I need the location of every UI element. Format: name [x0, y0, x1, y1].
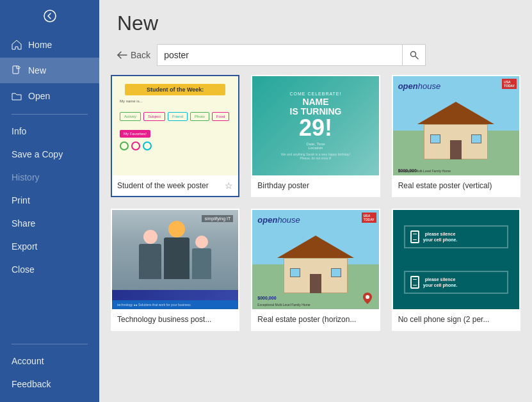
template-card-nocell[interactable]: please silenceyour cell phone. please si…	[392, 209, 520, 331]
template-label-row-tech: Technology business post...	[112, 309, 238, 330]
new-label: New	[28, 65, 46, 76]
template-card-tech[interactable]: simplifying IT technology ●● Solutions t…	[111, 209, 239, 331]
search-button[interactable]	[402, 45, 425, 65]
sidebar-bottom: Account Feedback	[0, 350, 99, 396]
pin-icon-student[interactable]: ☆	[225, 181, 233, 191]
sidebar-item-new[interactable]: New	[0, 58, 99, 83]
template-label-row-realestate-v: Real estate poster (vertical)	[393, 175, 519, 196]
svg-rect-1	[13, 66, 19, 74]
template-card-birthday[interactable]: Come Celebrate! NAMEIS TURNING 29! Date,…	[251, 75, 380, 197]
main-content: New Back Student of the Week:	[99, 0, 532, 402]
back-button[interactable]: Back	[117, 50, 150, 60]
folder-icon	[12, 91, 22, 101]
sidebar-item-home[interactable]: Home	[0, 32, 99, 58]
search-bar-row: Back	[99, 40, 532, 75]
template-preview-realestate-v: USATODAY openhouse $000,000 Exceptional …	[393, 76, 519, 175]
template-label-realestate-v: Real estate poster (vertical)	[398, 181, 492, 190]
template-label-row-birthday: Birthday poster	[252, 175, 378, 196]
sidebar: Home New Open Info Save a Copy History P…	[0, 0, 99, 402]
sidebar-item-account[interactable]: Account	[0, 350, 99, 373]
templates-grid: Student of the Week: My name is... Activ…	[99, 75, 532, 402]
sidebar-item-export[interactable]: Export	[0, 235, 99, 258]
sidebar-item-info[interactable]: Info	[0, 120, 99, 143]
sidebar-item-open[interactable]: Open	[0, 83, 99, 109]
sidebar-item-history: History	[0, 166, 99, 189]
template-preview-nocell: please silenceyour cell phone. please si…	[393, 210, 519, 309]
template-card-realestate-v[interactable]: USATODAY openhouse $000,000 Exceptional …	[392, 75, 520, 197]
back-icon	[117, 51, 127, 59]
open-label: Open	[28, 91, 50, 101]
sidebar-item-close[interactable]: Close	[0, 258, 99, 281]
sidebar-item-save-copy[interactable]: Save a Copy	[0, 143, 99, 166]
template-label-row-nocell: No cell phone sign (2 per...	[393, 309, 519, 330]
home-label: Home	[28, 40, 52, 50]
template-label-birthday: Birthday poster	[257, 181, 309, 190]
new-doc-icon	[12, 65, 22, 76]
back-arrow-icon	[44, 10, 56, 22]
template-card-realestate-h[interactable]: USATODAY openhouse $000,000 Exceptional …	[251, 209, 380, 331]
sidebar-item-feedback[interactable]: Feedback	[0, 373, 99, 396]
svg-point-5	[366, 295, 369, 299]
sidebar-back-button[interactable]	[0, 0, 99, 32]
sidebar-item-print[interactable]: Print	[0, 189, 99, 212]
template-label-row-student: Student of the week poster ☆	[112, 175, 238, 196]
sidebar-divider-2	[12, 344, 88, 344]
sidebar-spacer	[0, 281, 99, 339]
back-label: Back	[131, 50, 150, 60]
template-card-student[interactable]: Student of the Week: My name is... Activ…	[111, 75, 239, 197]
sidebar-item-share[interactable]: Share	[0, 212, 99, 235]
template-label-tech: Technology business post...	[117, 315, 211, 324]
search-icon	[410, 51, 419, 60]
template-label-row-realestate-h: Real estate poster (horizon...	[252, 309, 378, 330]
template-preview-student: Student of the Week: My name is... Activ…	[112, 76, 238, 175]
home-icon	[12, 40, 22, 50]
svg-line-4	[415, 56, 418, 59]
template-label-nocell: No cell phone sign (2 per...	[398, 315, 490, 324]
template-preview-realestate-h: USATODAY openhouse $000,000 Exceptional …	[252, 210, 378, 309]
template-label-student: Student of the week poster	[117, 181, 209, 190]
search-input-wrap	[157, 44, 426, 66]
template-preview-tech: simplifying IT technology ●● Solutions t…	[112, 210, 238, 309]
page-title: New	[99, 0, 532, 40]
sidebar-divider-1	[12, 114, 88, 115]
today-badge-h: USATODAY	[362, 213, 376, 223]
template-preview-birthday: Come Celebrate! NAMEIS TURNING 29! Date,…	[252, 76, 378, 175]
svg-point-3	[410, 52, 415, 57]
search-input[interactable]	[157, 45, 402, 65]
svg-point-0	[44, 10, 56, 22]
today-badge: USATODAY	[502, 79, 517, 89]
template-label-realestate-h: Real estate poster (horizon...	[257, 315, 356, 324]
